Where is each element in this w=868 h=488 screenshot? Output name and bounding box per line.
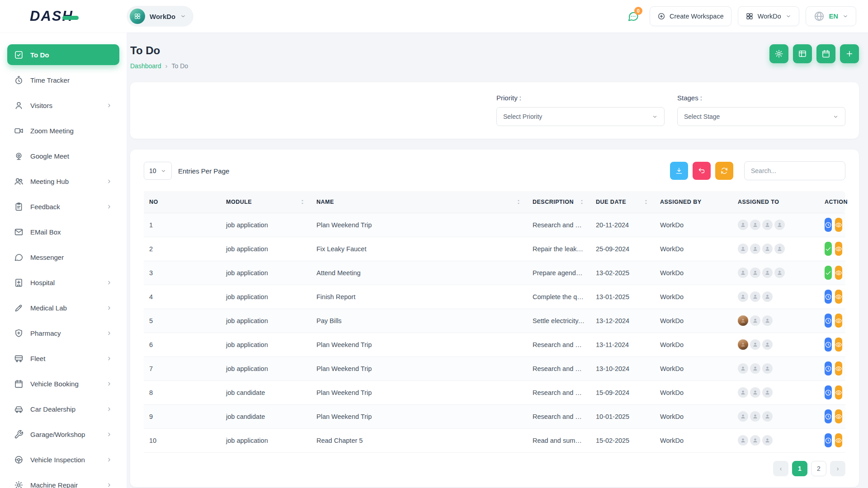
- chevron-right-icon: [106, 380, 113, 387]
- history-button[interactable]: [825, 385, 832, 399]
- sidebar-item[interactable]: To Do: [7, 44, 119, 65]
- column-header[interactable]: NO: [144, 191, 221, 213]
- sort-icon[interactable]: [643, 199, 649, 205]
- grid-icon: [745, 12, 754, 20]
- sidebar-item-icon: [14, 75, 24, 85]
- sidebar-item[interactable]: Hospital: [7, 272, 119, 293]
- sidebar-item[interactable]: Zoom Meeting: [7, 120, 119, 141]
- sort-icon[interactable]: [299, 199, 306, 205]
- pagination: ‹ 1 2 ›: [144, 461, 845, 476]
- assignee-avatar: [762, 411, 773, 422]
- sidebar-item[interactable]: Machine Repair: [7, 474, 119, 488]
- complete-button[interactable]: [825, 266, 832, 280]
- sidebar-item[interactable]: Car Dealership: [7, 399, 119, 419]
- download-icon: [675, 167, 683, 175]
- table-controls: 10 Entries Per Page: [144, 161, 845, 180]
- view-button[interactable]: [835, 338, 842, 352]
- sidebar-item[interactable]: Pharmacy: [7, 323, 119, 343]
- sidebar-item[interactable]: Meeting Hub: [7, 171, 119, 192]
- brand-logo[interactable]: DASH: [0, 8, 127, 24]
- layout-view-button[interactable]: [793, 44, 812, 63]
- entries-per-page-select[interactable]: 10: [144, 162, 172, 180]
- refresh-button[interactable]: [715, 162, 733, 180]
- breadcrumb-separator: ›: [165, 62, 168, 70]
- cell-no: 9: [144, 404, 221, 428]
- cell-action: [819, 213, 845, 237]
- sidebar-item[interactable]: Messenger: [7, 247, 119, 267]
- page-2-button[interactable]: 2: [811, 461, 826, 476]
- export-button[interactable]: [670, 162, 688, 180]
- sidebar-item[interactable]: Feedback: [7, 196, 119, 217]
- sidebar-item[interactable]: Time Tracker: [7, 70, 119, 90]
- sidebar-item[interactable]: Visitors: [7, 95, 119, 116]
- cell-assigned-by: WorkDo: [655, 380, 732, 404]
- sort-icon[interactable]: [515, 199, 522, 205]
- history-button[interactable]: [825, 338, 832, 352]
- page-1-button[interactable]: 1: [792, 461, 807, 476]
- cell-due-date: 13-10-2024: [590, 357, 655, 380]
- column-header[interactable]: DUE DATE: [590, 191, 655, 213]
- view-button[interactable]: [835, 361, 842, 375]
- sidebar-item[interactable]: Vehicle Booking: [7, 373, 119, 394]
- stage-select[interactable]: Select Stage: [677, 107, 845, 126]
- column-header[interactable]: NAME: [311, 191, 527, 213]
- view-button[interactable]: [835, 433, 842, 447]
- sidebar-item[interactable]: EMail Box: [7, 221, 119, 242]
- sort-icon[interactable]: [579, 199, 585, 205]
- prev-page-button[interactable]: ‹: [773, 461, 788, 476]
- add-todo-button[interactable]: [840, 44, 859, 63]
- cell-assigned-to: [732, 357, 819, 380]
- history-button[interactable]: [825, 433, 832, 447]
- workdo-menu-label: WorkDo: [758, 13, 781, 20]
- cell-due-date: 15-02-2025: [590, 428, 655, 452]
- assignee-avatar: [762, 387, 773, 398]
- history-button[interactable]: [825, 314, 832, 328]
- view-button[interactable]: [835, 409, 842, 423]
- workspace-selector[interactable]: WorkDo: [127, 6, 193, 27]
- cell-module: job application: [221, 213, 311, 237]
- sidebar-item[interactable]: Fleet: [7, 348, 119, 369]
- history-button[interactable]: [825, 361, 832, 375]
- view-button[interactable]: [835, 218, 842, 232]
- reset-filter-button[interactable]: [693, 162, 711, 180]
- search-input[interactable]: [744, 161, 845, 180]
- column-header[interactable]: ASSIGNED BY: [655, 191, 732, 213]
- view-button[interactable]: [835, 314, 842, 328]
- sidebar-item[interactable]: Garage/Workshop: [7, 424, 119, 445]
- complete-button[interactable]: [825, 242, 832, 256]
- assignee-avatar: [774, 220, 785, 230]
- workdo-menu-button[interactable]: WorkDo: [738, 6, 799, 26]
- sidebar-item-icon: [14, 379, 24, 389]
- create-workspace-button[interactable]: Create Workspace: [650, 6, 731, 26]
- view-button[interactable]: [835, 290, 842, 304]
- view-button[interactable]: [835, 385, 842, 399]
- column-header[interactable]: ASSIGNED TO: [732, 191, 819, 213]
- history-button[interactable]: [825, 290, 832, 304]
- assignee-avatar: [762, 339, 773, 350]
- sidebar-item[interactable]: Medical Lab: [7, 297, 119, 318]
- cell-no: 3: [144, 261, 221, 285]
- column-header[interactable]: ACTION: [819, 191, 845, 213]
- messages-button[interactable]: 0: [623, 6, 643, 26]
- history-button[interactable]: [825, 409, 832, 423]
- breadcrumb-dashboard-link[interactable]: Dashboard: [130, 62, 161, 70]
- view-button[interactable]: [835, 242, 842, 256]
- settings-button[interactable]: [769, 44, 788, 63]
- table-row: 4 job application Finish Report Complete…: [144, 285, 845, 309]
- sidebar-item[interactable]: Google Meet: [7, 145, 119, 166]
- history-button[interactable]: [825, 218, 832, 232]
- calendar-view-button[interactable]: [816, 44, 835, 63]
- cell-description: Complete the quarterly sales report for …: [527, 285, 590, 309]
- language-selector[interactable]: EN: [806, 6, 856, 26]
- column-header[interactable]: MODULE: [221, 191, 311, 213]
- assignee-avatar: [738, 387, 748, 398]
- sidebar-item[interactable]: Vehicle Inspection: [7, 449, 119, 470]
- sidebar-item-icon: [14, 101, 24, 110]
- language-code: EN: [829, 13, 838, 20]
- cell-name: Fix Leaky Faucet: [311, 237, 527, 261]
- view-button[interactable]: [835, 266, 842, 280]
- priority-select[interactable]: Select Priority: [496, 107, 665, 126]
- cell-module: job candidate: [221, 404, 311, 428]
- column-header[interactable]: DESCRIPTION: [527, 191, 590, 213]
- next-page-button[interactable]: ›: [830, 461, 845, 476]
